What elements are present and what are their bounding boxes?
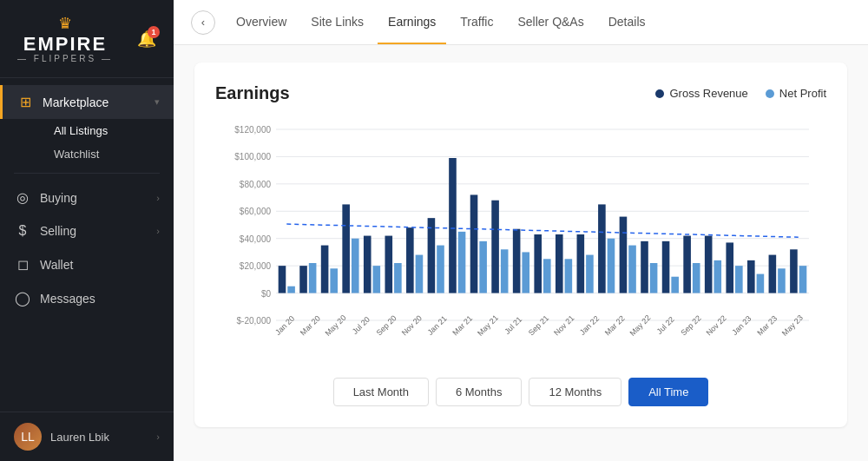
selling-icon: $ — [14, 223, 31, 239]
legend-net-profit: Net Profit — [766, 87, 826, 100]
user-name: Lauren Lbik — [50, 431, 148, 444]
tab-seller-qas[interactable]: Seller Q&As — [507, 1, 594, 44]
logo-area: ♛ EMPIRE — FLIPPERS — 🔔 1 — [0, 0, 174, 78]
logo-empire: EMPIRE — [23, 35, 107, 54]
avatar: LL — [14, 423, 42, 451]
filter-last-month[interactable]: Last Month — [333, 378, 429, 406]
sidebar-item-watchlist[interactable]: Watchlist — [40, 142, 174, 166]
chevron-down-icon: ▾ — [155, 96, 160, 108]
sidebar-item-marketplace[interactable]: ⊞ Marketplace ▾ — [0, 85, 174, 119]
chart-card: Earnings Gross Revenue Net Profit Last M… — [194, 63, 847, 427]
user-area[interactable]: LL Lauren Lbik › — [0, 412, 174, 461]
sidebar-item-buying[interactable]: ◎ Buying › — [0, 181, 174, 214]
notification-button[interactable]: 🔔 1 — [137, 30, 156, 49]
legend-gross-revenue: Gross Revenue — [655, 87, 747, 100]
net-profit-dot — [766, 89, 774, 98]
wallet-label: Wallet — [40, 258, 160, 272]
wallet-icon: ◻ — [14, 256, 31, 273]
selling-label: Selling — [40, 224, 148, 238]
chart-title: Earnings — [215, 83, 290, 103]
chevron-right-icon: › — [156, 193, 160, 203]
sidebar-item-selling[interactable]: $ Selling › — [0, 214, 174, 247]
chart-container — [215, 121, 826, 364]
tab-details[interactable]: Details — [598, 1, 656, 44]
sidebar-item-all-listings[interactable]: All Listings — [40, 119, 174, 142]
content-area: Earnings Gross Revenue Net Profit Last M… — [174, 45, 868, 461]
filter-buttons: Last Month 6 Months 12 Months All Time — [215, 378, 826, 406]
filter-6-months[interactable]: 6 Months — [436, 378, 522, 406]
earnings-chart — [215, 121, 826, 364]
net-profit-label: Net Profit — [779, 87, 826, 100]
chevron-right-icon: › — [156, 226, 160, 236]
crown-icon: ♛ — [58, 14, 72, 33]
chart-header: Earnings Gross Revenue Net Profit — [215, 83, 826, 103]
sidebar: ♛ EMPIRE — FLIPPERS — 🔔 1 ⊞ Marketplace … — [0, 0, 174, 461]
tab-traffic[interactable]: Traffic — [450, 1, 503, 44]
messages-label: Messages — [40, 292, 160, 306]
marketplace-sub-nav: All Listings Watchlist — [0, 119, 174, 166]
nav-section: ⊞ Marketplace ▾ All Listings Watchlist ◎… — [0, 78, 174, 322]
notification-badge: 1 — [148, 26, 160, 38]
marketplace-icon: ⊞ — [16, 94, 34, 110]
back-button[interactable]: ‹ — [191, 10, 215, 35]
marketplace-label: Marketplace — [43, 95, 146, 109]
buying-label: Buying — [40, 191, 148, 205]
logo-flippers: — FLIPPERS — — [17, 54, 113, 63]
filter-all-time[interactable]: All Time — [628, 378, 708, 406]
logo: ♛ EMPIRE — FLIPPERS — — [17, 14, 113, 63]
tab-site-links[interactable]: Site Links — [300, 1, 374, 44]
gross-revenue-dot — [655, 89, 664, 98]
tab-earnings[interactable]: Earnings — [378, 1, 446, 44]
messages-icon: ◯ — [14, 290, 31, 306]
filter-12-months[interactable]: 12 Months — [529, 378, 621, 406]
divider — [14, 173, 160, 174]
main-content: ‹ Overview Site Links Earnings Traffic S… — [174, 0, 868, 461]
user-chevron-icon: › — [156, 431, 160, 442]
top-nav: ‹ Overview Site Links Earnings Traffic S… — [174, 0, 868, 45]
buying-icon: ◎ — [14, 189, 31, 206]
gross-revenue-label: Gross Revenue — [669, 87, 747, 100]
legend: Gross Revenue Net Profit — [655, 87, 826, 100]
tab-overview[interactable]: Overview — [226, 1, 297, 44]
sidebar-item-messages[interactable]: ◯ Messages — [0, 281, 174, 315]
sidebar-item-wallet[interactable]: ◻ Wallet — [0, 247, 174, 281]
